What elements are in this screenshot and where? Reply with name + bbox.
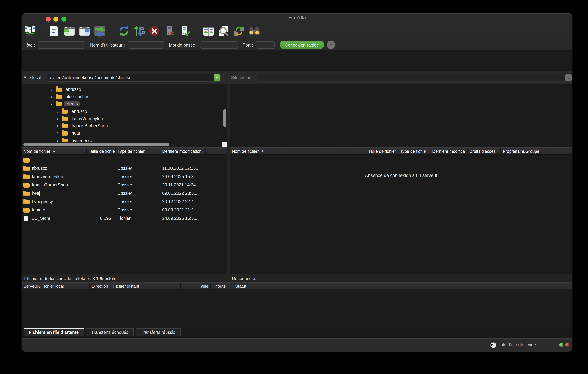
local-list-header: Nom de fichier▲ Taille de fichie Type de…	[21, 147, 227, 155]
column-header-direction[interactable]: Direction	[90, 283, 111, 289]
tree-rows: › abruzzo › blue-nachos	[21, 84, 227, 142]
password-input[interactable]	[200, 41, 238, 49]
chevron-icon[interactable]: ›	[55, 108, 60, 114]
tree-item[interactable]: › clients	[21, 100, 227, 108]
find-files-icon[interactable]	[248, 24, 261, 37]
column-header-remote-file[interactable]: Fichier distant	[111, 283, 181, 289]
toggle-transfer-queue-icon[interactable]	[93, 24, 106, 37]
scrollbar-thumb[interactable]	[23, 143, 169, 146]
chevron-icon[interactable]: ›	[55, 116, 60, 121]
column-header-size[interactable]: Taille de fichier	[341, 148, 398, 154]
tree-vertical-scrollbar[interactable]	[223, 109, 226, 127]
file-row[interactable]: .DS_Store 8 196 Fichier 24.09.2025 15:3.…	[21, 214, 227, 223]
reconnect-icon[interactable]	[178, 24, 191, 37]
column-header-name[interactable]: Nom de fichier▲	[230, 148, 341, 154]
file-type: Dossier	[116, 174, 160, 179]
refresh-icon[interactable]	[117, 24, 130, 37]
quickconnect-bar: Hôte : Nom d’utilisateur : Mot de passe …	[21, 39, 572, 51]
column-header-size[interactable]: Taille	[181, 283, 211, 289]
chevron-icon[interactable]: ›	[55, 138, 60, 142]
file-type-icon	[23, 167, 30, 171]
file-type: Fichier	[116, 216, 160, 221]
quickconnect-button[interactable]: Connexion rapide	[279, 41, 324, 49]
site-manager-icon[interactable]	[23, 24, 36, 37]
titlebar: FileZilla	[21, 13, 572, 23]
local-site-dropdown-icon[interactable]: ∨	[214, 74, 220, 81]
remote-file-list: Absence de connexion à un serveur	[230, 155, 572, 274]
tree-item-label: francisBarberShop	[70, 123, 109, 128]
column-header-modified[interactable]: Dernière modifica	[430, 148, 468, 154]
file-name: ..	[32, 158, 34, 162]
tree-horizontal-scrollbar[interactable]	[21, 142, 227, 147]
cancel-icon[interactable]	[148, 24, 161, 37]
tree-item[interactable]: › heaj	[21, 129, 227, 137]
username-label: Nom d’utilisateur :	[90, 43, 125, 47]
file-row[interactable]: hypegency Dossier 20.12.2022 22:4...	[21, 197, 227, 206]
chevron-icon[interactable]: ›	[55, 123, 60, 128]
remote-directory-tree	[230, 84, 572, 147]
username-input[interactable]	[127, 41, 164, 49]
filezilla-window: FileZilla	[21, 13, 572, 352]
chevron-icon[interactable]: ›	[49, 94, 54, 99]
local-site-label: Site local :	[23, 75, 43, 80]
file-name: fannyVermeylen	[32, 174, 63, 179]
site-path-row: Site local : /Users/antoinedekens/Docume…	[21, 71, 572, 84]
queue-status-text: File d’attente : vide	[499, 342, 536, 347]
port-input[interactable]	[256, 41, 274, 49]
tree-item[interactable]: › abruzzo	[21, 86, 227, 93]
no-connection-message: Absence de connexion à un serveur	[230, 173, 572, 178]
disconnect-icon[interactable]	[163, 24, 176, 37]
column-header-type[interactable]: Type de fichier	[116, 148, 160, 154]
speed-limit-icon[interactable]	[490, 342, 496, 348]
file-row[interactable]: francisBarberShop Dossier 20.11.2021 14:…	[21, 181, 227, 189]
remote-status-text: Déconnecté.	[232, 276, 256, 281]
queue-tab[interactable]: Fichiers en file d’attente	[24, 328, 84, 336]
file-type: Dossier	[116, 166, 160, 171]
file-row[interactable]: fannyVermeylen Dossier 24.09.2025 15:3..…	[21, 172, 227, 181]
message-log	[21, 51, 572, 71]
toolbar	[21, 23, 572, 39]
column-header-permissions[interactable]: Droits d’accès	[468, 148, 501, 154]
file-row[interactable]: heaj Dossier 09.01.2022 23:3...	[21, 189, 227, 197]
column-header-type[interactable]: Type de fichie	[398, 148, 430, 154]
folder-icon	[62, 117, 68, 121]
scroll-corner	[222, 142, 227, 147]
file-row[interactable]: tomato Dossier 09.09.2021 21:2...	[21, 206, 227, 214]
tree-item[interactable]: › francisBarberShop	[21, 122, 227, 129]
chevron-icon[interactable]: ›	[49, 86, 54, 92]
tree-item[interactable]: › blue-nachos	[21, 93, 227, 100]
toggle-message-log-icon[interactable]	[48, 24, 61, 37]
chevron-icon[interactable]: ›	[49, 102, 54, 107]
file-type-icon	[24, 216, 28, 221]
quickconnect-dropdown-button[interactable]: ▼	[327, 41, 335, 49]
column-header-name[interactable]: Nom de fichier▲	[21, 148, 87, 154]
column-header-priority[interactable]: Priorité	[211, 283, 233, 289]
column-header-local-file[interactable]: Serveur / Fichier local	[21, 283, 90, 289]
toggle-remote-tree-icon[interactable]	[78, 24, 91, 37]
column-header-modified[interactable]: Dernière modification	[160, 148, 206, 154]
host-input[interactable]	[38, 41, 85, 49]
file-name: hypegency	[32, 199, 53, 204]
directory-comparison-icon[interactable]	[202, 24, 215, 37]
file-search-icon[interactable]	[218, 24, 230, 37]
port-label: Port :	[242, 43, 253, 47]
process-queue-icon[interactable]	[133, 24, 146, 37]
queue-tab[interactable]: Transferts échoués	[86, 328, 134, 336]
tree-item[interactable]: › hypegency	[21, 137, 227, 142]
toggle-local-tree-icon[interactable]	[63, 24, 76, 37]
column-header-size[interactable]: Taille de fichie	[87, 148, 116, 154]
column-header-owner[interactable]: Propriétaire/Groupe	[501, 148, 552, 154]
local-site-combo[interactable]: /Users/antoinedekens/Documents/clients/ …	[47, 73, 221, 82]
window-title: FileZilla	[21, 15, 572, 21]
file-modified: 09.01.2022 23:3...	[160, 191, 206, 195]
synchronized-browsing-icon[interactable]	[233, 24, 245, 37]
led-green-icon	[559, 343, 563, 347]
file-row[interactable]: ..	[21, 156, 227, 164]
file-type: Dossier	[116, 191, 160, 195]
column-header-status[interactable]: Statut	[233, 283, 293, 289]
chevron-icon[interactable]: ›	[55, 130, 60, 136]
queue-tab[interactable]: Transferts réussis	[136, 328, 180, 336]
tree-item[interactable]: › fannyVermeylen	[21, 115, 227, 122]
file-row[interactable]: abruzzo Dossier 11.10.2022 12:15...	[21, 164, 227, 172]
tree-item[interactable]: › abruzzo	[21, 108, 227, 115]
